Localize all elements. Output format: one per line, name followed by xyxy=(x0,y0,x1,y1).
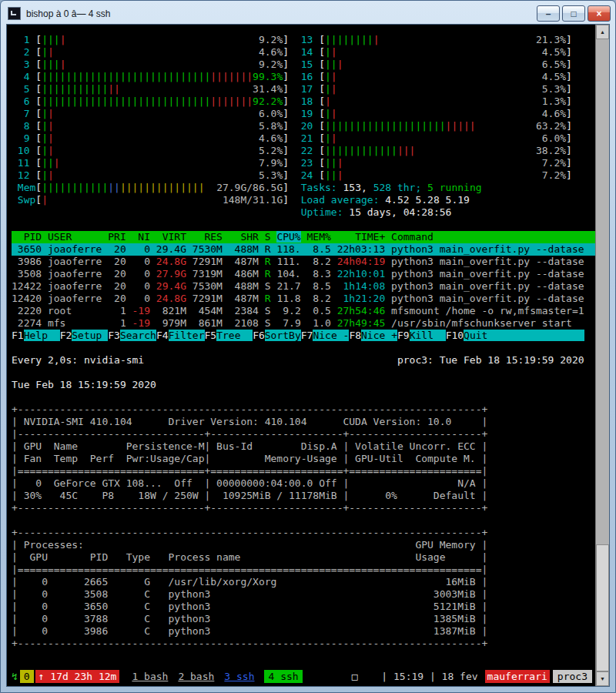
text-segment: 6.0% xyxy=(542,132,566,144)
status-right: | 15:19 | 18 fev mauferrari proc3 xyxy=(381,670,592,683)
process-table-header[interactable]: PID USER PRI NI VIRT RES SHR S CPU% MEM%… xyxy=(12,231,595,243)
text-segment: | xyxy=(42,120,48,132)
text-segment: ] xyxy=(283,120,289,132)
text-segment: | 0 2665 G /usr/lib/xorg/Xorg 16MiB | xyxy=(12,576,487,588)
text-segment: 27.9G xyxy=(156,268,186,280)
text-segment: | xyxy=(331,83,337,95)
text-segment: proc3: Tue Feb 18 15:19:59 2020 xyxy=(397,354,584,366)
text-segment: F6 xyxy=(253,330,265,341)
text-segment: Tree xyxy=(216,330,253,341)
text-segment: 23 xyxy=(301,157,313,169)
text-segment: Nice + xyxy=(361,330,397,341)
process-row[interactable]: 3986 joaoferre 20 0 24.8G 7291M 487M R 1… xyxy=(12,256,595,268)
text-segment: 1.3% xyxy=(542,95,566,107)
titlebar[interactable]: bishop à 0 â— 4 ssh – □ × xyxy=(1,1,615,24)
text-segment: 528 thr; xyxy=(373,182,427,193)
text-segment: | xyxy=(42,169,48,181)
text-segment: 7291M 487M xyxy=(186,256,265,267)
function-key-bar[interactable]: F1Help F2Setup F3SearchF4FilterF5Tree F6… xyxy=(12,330,595,342)
tmux-window-tab[interactable]: 1 bash xyxy=(132,670,168,683)
text-segment: 104. 8.3 xyxy=(271,268,337,280)
text-segment xyxy=(289,34,301,45)
text-segment: ||||||||||| xyxy=(42,182,108,193)
nvidia-smi-line: | 0 3788 C python3 1385MiB | xyxy=(12,613,595,625)
tmux-window-tab[interactable]: 2 bash xyxy=(178,670,214,683)
scrollbar[interactable]: ▲ ▼ xyxy=(595,25,609,686)
text-segment: || xyxy=(42,157,54,169)
text-segment: | xyxy=(331,108,337,119)
text-segment xyxy=(289,194,301,206)
text-segment: | xyxy=(48,108,54,119)
minimize-button[interactable]: – xyxy=(537,5,560,22)
uptime-row: Uptime: 15 days, 04:28:56 xyxy=(12,206,595,219)
text-segment xyxy=(337,108,542,119)
text-segment: 979M 861M 2108 xyxy=(150,317,265,329)
text-segment: python3 main_overfit.py --datase xyxy=(385,268,584,280)
process-row[interactable]: 12422 joaoferre 20 0 29.4G 7530M 488M S … xyxy=(12,280,595,293)
text-segment xyxy=(313,157,319,169)
maximize-button[interactable]: □ xyxy=(562,5,585,22)
text-segment: 18 xyxy=(301,95,313,107)
terminal-screen[interactable]: 1 [|||| 9.2%] 13 [||||||||| 21.3%] 2 [||… xyxy=(7,25,595,686)
text-segment xyxy=(289,169,301,181)
text-segment: [ xyxy=(319,46,325,58)
tmux-window-tab[interactable]: 3 ssh xyxy=(224,670,254,683)
text-segment: [ xyxy=(35,194,42,206)
text-segment xyxy=(144,354,397,366)
text-segment: 27h54:46 xyxy=(337,305,386,316)
text-segment: | Fan Temp Perf Pwr:Usage/Cap| Memory-Us… xyxy=(12,453,487,464)
blank-line xyxy=(12,219,595,231)
tmux-window-tab[interactable]: 4 ssh xyxy=(264,670,302,683)
text-segment: || xyxy=(325,169,337,181)
nvidia-smi-line: +---------------------------------------… xyxy=(12,403,595,416)
text-segment: F5 xyxy=(205,330,217,341)
process-row[interactable]: 12420 joaoferre 20 0 24.8G 7291M 487M R … xyxy=(12,293,595,305)
text-segment: ] xyxy=(566,95,572,107)
text-segment: ] xyxy=(566,83,572,95)
text-segment: 148M/31.1G xyxy=(223,194,283,206)
text-segment: F2 xyxy=(60,330,72,341)
scrollbar-track[interactable] xyxy=(596,39,609,671)
text-segment: 821M 454M 2384 xyxy=(150,305,265,316)
text-segment: 20 xyxy=(301,120,313,132)
text-segment: [ xyxy=(319,157,325,169)
scroll-up-button[interactable]: ▲ xyxy=(596,25,609,39)
text-segment: 24.8G xyxy=(156,293,186,304)
text-segment: || xyxy=(108,83,120,95)
text-segment: [ xyxy=(35,108,42,119)
text-segment: [ xyxy=(319,34,325,45)
text-segment: |=======================================… xyxy=(12,564,487,575)
text-segment: [ xyxy=(35,34,42,45)
process-row[interactable]: 2220 root 1 -19 821M 454M 2384 S 9.2 0.5… xyxy=(12,305,595,317)
host-badge: mauferrari xyxy=(485,670,550,683)
text-segment: 2220 root 1 xyxy=(12,305,132,316)
text-segment: Filter xyxy=(169,330,205,341)
text-segment: 9.2% xyxy=(259,34,283,45)
session-badge: 0 xyxy=(20,670,34,683)
close-button[interactable]: × xyxy=(588,5,611,22)
cpu-meter-row: 5 [||||||||||||| 31.4%] 17 [|| 5.3%] xyxy=(12,83,595,95)
text-segment: ] xyxy=(283,46,289,58)
text-segment: python3 main_overfit.py --datase xyxy=(385,280,584,292)
nvidia-smi-line: | 0 3508 C python3 3003MiB | xyxy=(12,588,595,601)
text-segment: 153, xyxy=(343,182,373,193)
process-row[interactable]: 2274 mfs 1 -19 979M 861M 2108 S 7.9 1.0 … xyxy=(12,317,595,330)
text-segment: || xyxy=(325,59,337,70)
clock: | 15:19 | 18 fev xyxy=(381,670,477,683)
cpu-meter-row: 6 [|||||||||||||||||||||||||||||||||||92… xyxy=(12,95,595,108)
scroll-down-button[interactable]: ▼ xyxy=(596,671,609,686)
text-segment: 7.9% xyxy=(259,157,283,169)
scrollbar-thumb[interactable] xyxy=(596,544,609,671)
process-row[interactable]: 3508 joaoferre 20 0 27.9G 7319M 486M R 1… xyxy=(12,268,595,280)
text-segment: 1h14:08 xyxy=(337,280,386,292)
text-segment: 5.3% xyxy=(542,83,566,95)
text-segment: | GPU PID Type Process name Usage | xyxy=(12,551,487,563)
text-segment: |||||||||||||||||||||||||||| xyxy=(42,71,210,82)
text-segment xyxy=(313,46,319,58)
text-segment: Uptime: xyxy=(301,206,350,218)
text-segment: python3 main_overfit.py --datase xyxy=(385,293,584,304)
text-segment: Load average: xyxy=(301,194,386,206)
cpu-meter-row: 8 [|| 5.8%] 20 [||||||||||||||||||||||||… xyxy=(12,120,595,132)
process-row[interactable]: 3650 joaoferre 20 0 29.4G 7530M 488M R 1… xyxy=(12,243,595,256)
text-segment: | xyxy=(337,157,343,169)
